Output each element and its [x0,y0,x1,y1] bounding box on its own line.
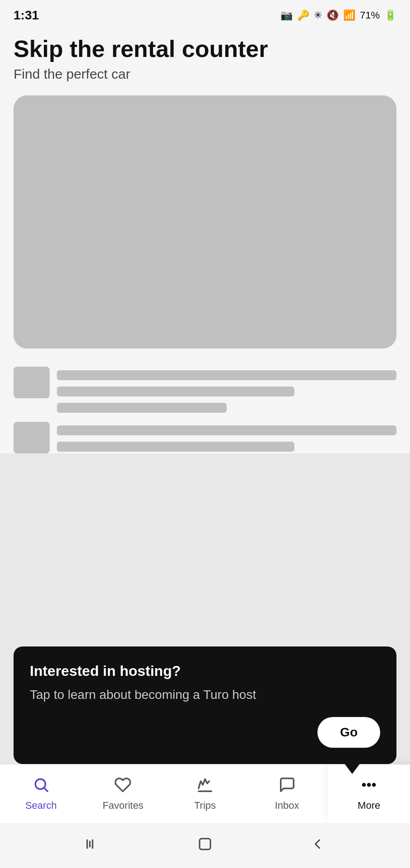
system-nav-bar [0,823,410,868]
car-image [14,95,396,349]
sys-nav-back[interactable] [84,836,101,855]
svg-line-1 [44,788,47,791]
hosting-popup-title: Interested in hosting? [30,663,380,679]
search-icon [33,776,50,796]
nav-label-favorites: Favorites [102,800,143,811]
nav-item-more[interactable]: More [328,764,410,823]
page-subtitle: Find the perfect car [14,66,396,82]
skeleton-line-1c [57,403,227,413]
bluetooth-icon: ✳ [314,9,322,21]
skeleton-line-1a [57,370,396,380]
status-bar: 1:31 📷 🔑 ✳ 🔇 📶 71% 🔋 [0,0,410,27]
status-time: 1:31 [14,8,39,23]
nav-item-favorites[interactable]: Favorites [82,764,164,823]
nav-label-trips: Trips [194,800,216,811]
hosting-popup[interactable]: Interested in hosting? Tap to learn abou… [14,646,396,764]
svg-point-4 [368,783,370,786]
skeleton-thumb-1 [14,367,50,398]
nav-item-inbox[interactable]: Inbox [246,764,328,823]
page-title: Skip the rental counter [14,36,396,62]
mute-icon: 🔇 [326,9,339,21]
heart-icon [114,776,131,796]
inbox-icon [279,776,296,796]
hosting-popup-subtitle: Tap to learn about becoming a Turo host [30,686,380,703]
skeleton-line-1b [57,387,294,396]
camera-icon: 📷 [280,9,293,21]
nav-label-inbox: Inbox [275,800,299,811]
status-icons: 📷 🔑 ✳ 🔇 📶 71% 🔋 [280,9,396,21]
battery-icon: 🔋 [384,9,396,21]
svg-point-5 [373,783,375,786]
nav-item-trips[interactable]: Trips [164,764,246,823]
skeleton-line-2b [57,442,294,452]
hosting-go-button[interactable]: Go [317,717,380,748]
main-content: Skip the rental counter Find the perfect… [0,27,410,453]
skeleton-row-2 [14,422,396,453]
skeleton-thumb-2 [14,422,50,453]
skeleton-line-2a [57,425,396,435]
nav-label-more: More [358,800,380,811]
svg-rect-9 [200,839,210,849]
trips-icon [196,776,214,796]
key-icon: 🔑 [297,9,309,21]
more-icon [360,776,377,796]
wifi-icon: 📶 [343,9,355,21]
nav-item-search[interactable]: Search [0,764,82,823]
skeleton-row-1 [14,367,396,413]
sys-nav-home[interactable] [197,836,213,855]
sys-nav-recents[interactable] [309,836,326,855]
battery-text: 71% [360,9,380,21]
svg-point-3 [363,783,365,786]
nav-label-search: Search [25,800,57,811]
